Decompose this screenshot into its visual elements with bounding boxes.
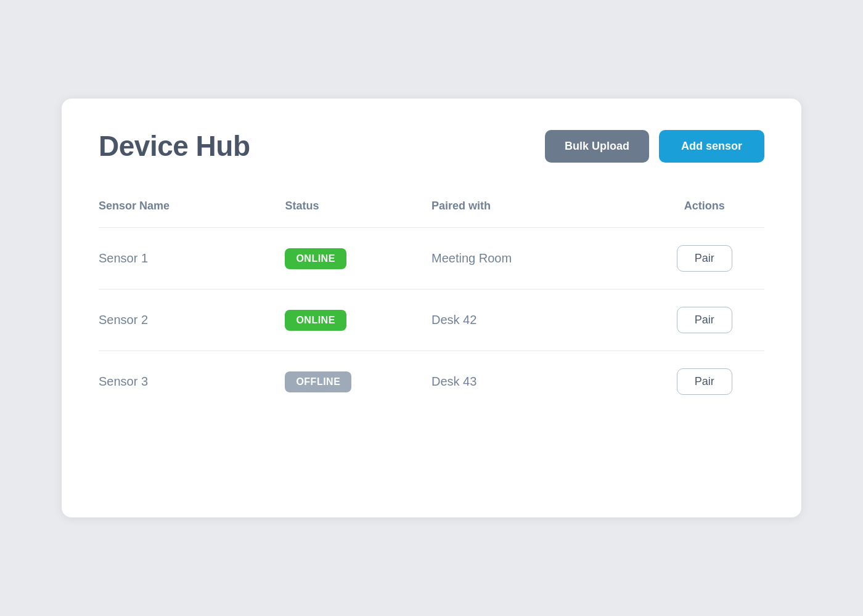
actions-cell: Pair bbox=[645, 351, 764, 413]
header-actions: Bulk Upload Add sensor bbox=[545, 130, 764, 163]
actions-cell: Pair bbox=[645, 290, 764, 351]
paired-with-cell: Desk 42 bbox=[432, 290, 645, 351]
status-cell: OFFLINE bbox=[285, 351, 432, 413]
table-row: Sensor 3OFFLINEDesk 43Pair bbox=[99, 351, 764, 413]
pair-button[interactable]: Pair bbox=[677, 307, 732, 333]
sensor-name-cell: Sensor 1 bbox=[99, 228, 285, 290]
actions-cell: Pair bbox=[645, 228, 764, 290]
device-hub-card: Device Hub Bulk Upload Add sensor Sensor… bbox=[62, 99, 801, 517]
status-badge: OFFLINE bbox=[285, 371, 351, 392]
sensor-name-cell: Sensor 2 bbox=[99, 290, 285, 351]
pair-button[interactable]: Pair bbox=[677, 368, 732, 395]
col-sensor-name: Sensor Name bbox=[99, 185, 285, 228]
status-cell: ONLINE bbox=[285, 290, 432, 351]
col-actions: Actions bbox=[645, 185, 764, 228]
sensors-table: Sensor Name Status Paired with Actions S… bbox=[99, 185, 764, 412]
status-badge: ONLINE bbox=[285, 310, 346, 331]
col-paired-with: Paired with bbox=[432, 185, 645, 228]
bulk-upload-button[interactable]: Bulk Upload bbox=[545, 130, 649, 163]
col-status: Status bbox=[285, 185, 432, 228]
status-cell: ONLINE bbox=[285, 228, 432, 290]
table-header-row: Sensor Name Status Paired with Actions bbox=[99, 185, 764, 228]
page-header: Device Hub Bulk Upload Add sensor bbox=[99, 129, 764, 163]
add-sensor-button[interactable]: Add sensor bbox=[659, 130, 764, 163]
table-row: Sensor 1ONLINEMeeting RoomPair bbox=[99, 228, 764, 290]
status-badge: ONLINE bbox=[285, 248, 346, 269]
paired-with-cell: Meeting Room bbox=[432, 228, 645, 290]
table-row: Sensor 2ONLINEDesk 42Pair bbox=[99, 290, 764, 351]
sensor-name-cell: Sensor 3 bbox=[99, 351, 285, 413]
paired-with-cell: Desk 43 bbox=[432, 351, 645, 413]
page-title: Device Hub bbox=[99, 129, 250, 163]
pair-button[interactable]: Pair bbox=[677, 245, 732, 272]
